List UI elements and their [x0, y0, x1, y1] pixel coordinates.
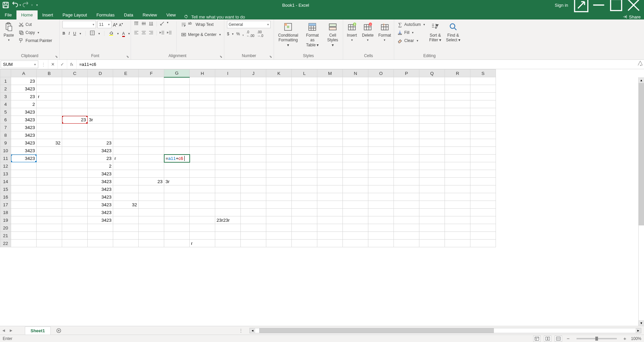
cell-K19[interactable]	[266, 216, 292, 224]
cell-P20[interactable]	[394, 224, 419, 232]
align-left-icon[interactable]	[134, 30, 139, 36]
cell-M14[interactable]	[317, 178, 343, 185]
cell-E22[interactable]	[113, 240, 139, 247]
cell-B9[interactable]: 32	[37, 139, 62, 147]
cell-H8[interactable]	[190, 131, 215, 139]
cell-Q12[interactable]	[419, 162, 445, 170]
cell-A16[interactable]	[11, 193, 37, 201]
cell-G9[interactable]	[164, 139, 190, 147]
cell-K20[interactable]	[266, 224, 292, 232]
delete-cells-button[interactable]: Delete▾	[361, 21, 374, 43]
cell-P6[interactable]	[394, 116, 419, 124]
cell-P8[interactable]	[394, 131, 419, 139]
cell-E14[interactable]	[113, 178, 139, 185]
column-header-S[interactable]: S	[470, 70, 496, 77]
cell-G17[interactable]	[164, 201, 190, 209]
column-header-F[interactable]: F	[139, 70, 164, 77]
cell-G11[interactable]: =a11+c6	[164, 155, 190, 162]
cell-A3[interactable]: 23	[11, 93, 37, 100]
cell-F9[interactable]	[139, 139, 164, 147]
cell-A21[interactable]	[11, 232, 37, 240]
cell-M11[interactable]	[317, 155, 343, 162]
cell-L1[interactable]	[292, 77, 317, 85]
cell-Q21[interactable]	[419, 232, 445, 240]
cell-M19[interactable]	[317, 216, 343, 224]
cell-D7[interactable]	[88, 124, 113, 131]
row-header-2[interactable]: 2	[0, 85, 11, 93]
row-header-7[interactable]: 7	[0, 124, 11, 131]
cell-E15[interactable]	[113, 185, 139, 193]
cell-S6[interactable]	[470, 116, 496, 124]
zoom-in-button[interactable]: +	[622, 336, 628, 341]
cell-D3[interactable]	[88, 93, 113, 100]
cell-Q7[interactable]	[419, 124, 445, 131]
copy-button[interactable]: Copy▾	[18, 29, 52, 36]
tab-view[interactable]: View	[162, 10, 180, 19]
cell-J21[interactable]	[241, 232, 266, 240]
cell-R7[interactable]	[445, 124, 470, 131]
tab-formulas[interactable]: Formulas	[92, 10, 119, 19]
cell-B6[interactable]	[37, 116, 62, 124]
cell-P18[interactable]	[394, 209, 419, 216]
tab-page-layout[interactable]: Page Layout	[58, 10, 92, 19]
cell-I7[interactable]	[215, 124, 241, 131]
vertical-scrollbar[interactable]: ▲ ▼	[638, 77, 644, 326]
cell-C8[interactable]	[62, 131, 88, 139]
cell-N16[interactable]	[343, 193, 368, 201]
row-header-21[interactable]: 21	[0, 232, 11, 240]
column-header-O[interactable]: O	[368, 70, 394, 77]
column-header-D[interactable]: D	[88, 70, 113, 77]
cell-L13[interactable]	[292, 170, 317, 178]
cell-M2[interactable]	[317, 85, 343, 93]
cell-O1[interactable]	[368, 77, 394, 85]
comma-format-icon[interactable]: ,	[242, 32, 243, 36]
column-header-J[interactable]: J	[241, 70, 266, 77]
cell-M8[interactable]	[317, 131, 343, 139]
cell-A12[interactable]	[11, 162, 37, 170]
cell-N20[interactable]	[343, 224, 368, 232]
cell-N9[interactable]	[343, 139, 368, 147]
cell-J6[interactable]	[241, 116, 266, 124]
scroll-left-icon[interactable]: ◄	[250, 328, 255, 333]
cell-C22[interactable]	[62, 240, 88, 247]
cell-H21[interactable]	[190, 232, 215, 240]
row-header-17[interactable]: 17	[0, 201, 11, 209]
cell-C16[interactable]	[62, 193, 88, 201]
cell-M21[interactable]	[317, 232, 343, 240]
cell-S8[interactable]	[470, 131, 496, 139]
cell-C19[interactable]	[62, 216, 88, 224]
cell-K12[interactable]	[266, 162, 292, 170]
cell-Q15[interactable]	[419, 185, 445, 193]
italic-button[interactable]: I	[68, 31, 70, 36]
cell-Q10[interactable]	[419, 147, 445, 155]
cell-I2[interactable]	[215, 85, 241, 93]
cell-I15[interactable]	[215, 185, 241, 193]
cell-P21[interactable]	[394, 232, 419, 240]
cell-H3[interactable]	[190, 93, 215, 100]
tell-me-search[interactable]: Tell me what you want to do	[180, 14, 248, 19]
cell-R2[interactable]	[445, 85, 470, 93]
cell-B8[interactable]	[37, 131, 62, 139]
cell-E19[interactable]	[113, 216, 139, 224]
align-top-icon[interactable]	[134, 21, 139, 27]
cell-C5[interactable]	[62, 108, 88, 116]
cell-J5[interactable]	[241, 108, 266, 116]
qat-customize-icon[interactable]: ▾	[36, 3, 38, 7]
format-cells-button[interactable]: Format▾	[378, 21, 392, 43]
cell-L17[interactable]	[292, 201, 317, 209]
row-header-13[interactable]: 13	[0, 170, 11, 178]
cell-O17[interactable]	[368, 201, 394, 209]
cell-R15[interactable]	[445, 185, 470, 193]
cell-M5[interactable]	[317, 108, 343, 116]
collapse-ribbon-icon[interactable]: ╱╲	[638, 61, 643, 66]
column-header-L[interactable]: L	[292, 70, 317, 77]
cell-E7[interactable]	[113, 124, 139, 131]
cell-D12[interactable]: 2	[88, 162, 113, 170]
cell-I5[interactable]	[215, 108, 241, 116]
cell-M13[interactable]	[317, 170, 343, 178]
cell-E21[interactable]	[113, 232, 139, 240]
column-header-I[interactable]: I	[215, 70, 241, 77]
zoom-slider[interactable]	[577, 338, 617, 339]
cell-E2[interactable]	[113, 85, 139, 93]
cell-S16[interactable]	[470, 193, 496, 201]
